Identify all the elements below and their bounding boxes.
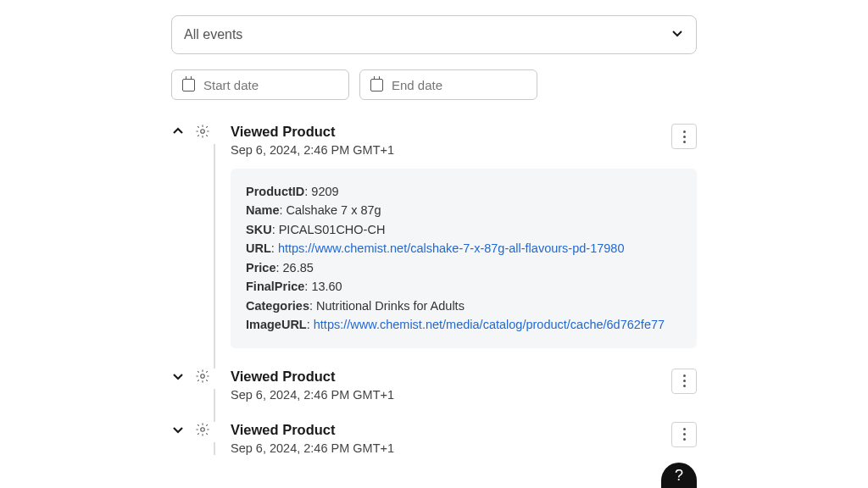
collapse-toggle[interactable] <box>171 125 185 138</box>
event-actions-menu[interactable] <box>671 422 697 447</box>
calendar-icon <box>370 79 383 92</box>
start-date-placeholder: Start date <box>203 78 259 92</box>
chevron-down-icon <box>670 26 684 43</box>
help-label: ? <box>675 467 683 475</box>
end-date-placeholder: End date <box>392 78 442 92</box>
event-title: Viewed Product <box>231 422 394 438</box>
event-title: Viewed Product <box>231 124 394 140</box>
timeline-line <box>214 442 215 455</box>
timeline-line <box>214 144 215 369</box>
svg-point-0 <box>201 130 205 134</box>
gear-icon <box>195 124 210 139</box>
help-button[interactable]: ? <box>661 463 697 475</box>
expand-toggle[interactable] <box>171 369 185 383</box>
product-image-url-link[interactable]: https://www.chemist.net/media/catalog/pr… <box>314 318 665 331</box>
event-actions-menu[interactable] <box>671 369 697 394</box>
expand-toggle[interactable] <box>171 423 185 436</box>
event-item: Viewed Product Sep 6, 2024, 2:46 PM GMT+… <box>171 369 697 402</box>
start-date-input[interactable]: Start date <box>171 69 349 100</box>
event-timestamp: Sep 6, 2024, 2:46 PM GMT+1 <box>231 143 394 157</box>
event-timestamp: Sep 6, 2024, 2:46 PM GMT+1 <box>231 388 394 402</box>
product-url-link[interactable]: https://www.chemist.net/calshake-7-x-87g… <box>278 241 625 255</box>
svg-point-2 <box>201 428 205 432</box>
gear-icon <box>195 422 210 437</box>
end-date-input[interactable]: End date <box>359 69 537 100</box>
event-item: Viewed Product Sep 6, 2024, 2:46 PM GMT+… <box>171 422 697 455</box>
event-actions-menu[interactable] <box>671 124 697 149</box>
event-details-panel: ProductID: 9209 Name: Calshake 7 x 87g S… <box>231 169 697 348</box>
gear-icon <box>195 369 210 384</box>
timeline-line <box>214 389 215 422</box>
calendar-icon <box>182 79 195 92</box>
events-filter-select[interactable]: All events <box>171 15 697 54</box>
event-item: Viewed Product Sep 6, 2024, 2:46 PM GMT+… <box>171 124 697 348</box>
events-filter-label: All events <box>184 27 242 42</box>
event-title: Viewed Product <box>231 369 394 385</box>
svg-point-1 <box>201 374 205 379</box>
event-timestamp: Sep 6, 2024, 2:46 PM GMT+1 <box>231 441 394 455</box>
